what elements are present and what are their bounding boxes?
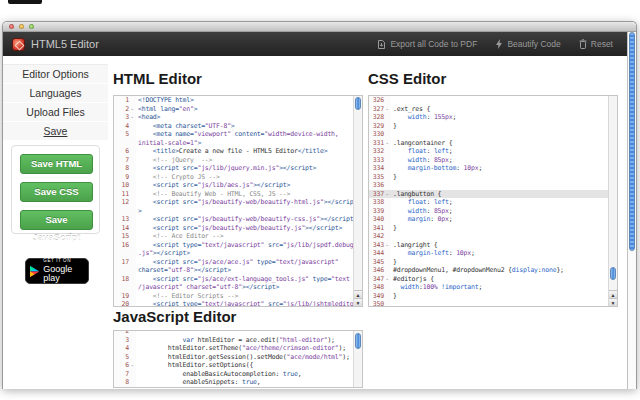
scroll-down-icon[interactable]: ▼ <box>354 298 362 306</box>
gutter[interactable]: 329 <box>369 122 391 131</box>
code-line[interactable]: 6 <title>Create a new file - HTML5 Edito… <box>114 147 353 156</box>
code-line[interactable]: charset="utf-8"></script> <box>114 266 353 275</box>
css-code-editor[interactable]: 326327-.ext_res {328 width: 155px;329}33… <box>368 95 618 307</box>
scrollbar-thumb[interactable] <box>355 97 361 110</box>
css-editor-scrollbar[interactable]: ▲ ▼ <box>608 96 617 306</box>
gutter[interactable]: 3 <box>114 336 136 345</box>
code-line[interactable]: 11 <!-- Beautify Web - HTML, CSS, JS --> <box>114 190 353 199</box>
gutter[interactable]: 335 <box>369 173 391 182</box>
gutter[interactable]: 342 <box>369 232 391 241</box>
code-line[interactable]: 345} <box>369 258 608 267</box>
code-line[interactable]: 8 <script src="js/lib/jquery.min.js"></s… <box>114 164 353 173</box>
gutter[interactable]: 9 <box>114 173 136 182</box>
html-code-editor[interactable]: 1<!DOCTYPE html>2-<html lang="en">3-<hea… <box>113 95 363 307</box>
gutter[interactable]: 327- <box>369 105 391 114</box>
google-play-badge[interactable]: GET IT ON Google play <box>25 258 89 284</box>
export-pdf-button[interactable]: Export all Code to PDF <box>377 39 477 49</box>
gutter[interactable]: 345 <box>369 258 391 267</box>
sidebar-item-editor-options[interactable]: Editor Options <box>3 65 108 84</box>
gutter[interactable]: 343- <box>369 241 391 250</box>
code-line[interactable]: 13 <script src="js/beautify-web/beautify… <box>114 215 353 224</box>
scrollbar-thumb[interactable] <box>610 267 616 280</box>
code-line[interactable]: 348 width:100% !important; <box>369 283 608 292</box>
code-line[interactable]: 335} <box>369 173 608 182</box>
gutter[interactable]: 17 <box>114 258 136 267</box>
code-line[interactable]: 18 <script src="js/ace/ext-language_tool… <box>114 275 353 284</box>
gutter[interactable]: 332 <box>369 147 391 156</box>
code-line[interactable]: 350 <box>369 300 608 306</box>
code-line[interactable]: /javascript" charset="utf-8"></script> <box>114 283 353 292</box>
code-line[interactable]: 2-<html lang="en"> <box>114 105 353 114</box>
html-code-pane[interactable]: 1<!DOCTYPE html>2-<html lang="en">3-<hea… <box>114 96 353 306</box>
gutter[interactable]: 334 <box>369 164 391 173</box>
code-line[interactable]: 5 htmlEditor.getSession().setMode("ace/m… <box>114 353 353 362</box>
gutter[interactable]: 14 <box>114 224 136 233</box>
javascript-code-editor[interactable]: 23 var htmlEditor = ace.edit("html-edito… <box>113 330 363 388</box>
gutter[interactable] <box>114 266 136 275</box>
code-line[interactable]: 330 <box>369 130 608 139</box>
fold-toggle-icon[interactable]: - <box>129 361 135 370</box>
gutter[interactable]: 337- <box>369 190 391 199</box>
window-scrollbar[interactable] <box>627 32 636 389</box>
gutter[interactable]: 8 <box>114 164 136 173</box>
gutter[interactable]: 7 <box>114 370 136 379</box>
gutter[interactable]: 19 <box>114 292 136 301</box>
gutter[interactable]: 328 <box>369 113 391 122</box>
code-line[interactable]: 19 <!-- Editor Scripts --> <box>114 292 353 301</box>
code-line[interactable]: 9 <!-- Crypto JS --> <box>114 173 353 182</box>
scroll-down-icon[interactable]: ▼ <box>609 298 617 306</box>
gutter[interactable]: 2- <box>114 105 136 114</box>
gutter[interactable] <box>114 139 136 148</box>
code-line[interactable]: initial-scale=1"> <box>114 139 353 148</box>
gutter[interactable]: 333 <box>369 156 391 165</box>
code-line[interactable]: 332 float: left; <box>369 147 608 156</box>
code-line[interactable]: 20 <script type="text/javascript" src="j… <box>114 300 353 306</box>
code-line[interactable]: 337-.langbutton { <box>369 190 608 199</box>
code-line[interactable]: 1<!DOCTYPE html> <box>114 96 353 105</box>
code-line[interactable]: 6- htmlEditor.setOptions({ <box>114 361 353 370</box>
fold-toggle-icon[interactable]: - <box>384 190 390 199</box>
save-css-button[interactable]: Save CSS <box>20 182 93 202</box>
code-line[interactable]: 12 <script src="js/beautify-web/beautify… <box>114 198 353 207</box>
minimize-window-icon[interactable] <box>19 24 24 29</box>
gutter[interactable]: 344 <box>369 249 391 258</box>
fold-toggle-icon[interactable]: - <box>384 241 390 250</box>
gutter[interactable]: 6 <box>114 147 136 156</box>
gutter[interactable]: 330 <box>369 130 391 139</box>
gutter[interactable]: 350 <box>369 300 391 306</box>
code-line[interactable]: 5 <meta name="viewport" content="width=d… <box>114 130 353 139</box>
reset-button[interactable]: Reset <box>579 39 613 49</box>
fold-toggle-icon[interactable]: - <box>384 105 390 114</box>
fold-toggle-icon[interactable]: - <box>129 113 135 122</box>
gutter[interactable]: 341 <box>369 224 391 233</box>
gutter[interactable] <box>114 207 136 216</box>
code-line[interactable]: 14 <script src="js/beautify-web/beautify… <box>114 224 353 233</box>
code-line[interactable]: 328 width: 155px; <box>369 113 608 122</box>
gutter[interactable]: 8 <box>114 378 136 387</box>
fold-toggle-icon[interactable]: - <box>129 105 135 114</box>
gutter[interactable]: 347- <box>369 275 391 284</box>
code-line[interactable]: 10 <script src="js/lib/aes.js"></script> <box>114 181 353 190</box>
sidebar-item-save[interactable]: Save <box>3 122 108 141</box>
code-line[interactable]: 7 enableBasicAutocompletion: true, <box>114 370 353 379</box>
save-html-button[interactable]: Save HTML <box>20 154 93 174</box>
code-line[interactable]: 7 <!-- jQuery --> <box>114 156 353 165</box>
gutter[interactable] <box>114 249 136 258</box>
sidebar-item-languages[interactable]: Languages <box>3 84 108 103</box>
gutter[interactable]: 11 <box>114 190 136 199</box>
code-line[interactable]: 331-.langcontainer { <box>369 139 608 148</box>
beautify-code-button[interactable]: Beautify Code <box>495 39 560 49</box>
code-line[interactable]: 327-.ext_res { <box>369 105 608 114</box>
close-window-icon[interactable] <box>9 24 14 29</box>
code-line[interactable]: 8 enableSnippets: true, <box>114 378 353 387</box>
javascript-editor-scrollbar[interactable] <box>353 331 362 387</box>
gutter[interactable]: 339 <box>369 207 391 216</box>
maximize-window-icon[interactable] <box>29 24 34 29</box>
gutter[interactable]: 13 <box>114 215 136 224</box>
code-line[interactable]: 339 width: 85px; <box>369 207 608 216</box>
gutter[interactable]: 5 <box>114 130 136 139</box>
code-line[interactable]: 334 margin-bottom: 10px; <box>369 164 608 173</box>
gutter[interactable]: 331- <box>369 139 391 148</box>
code-line[interactable]: 3-<head> <box>114 113 353 122</box>
code-line[interactable]: .js"></script> <box>114 249 353 258</box>
